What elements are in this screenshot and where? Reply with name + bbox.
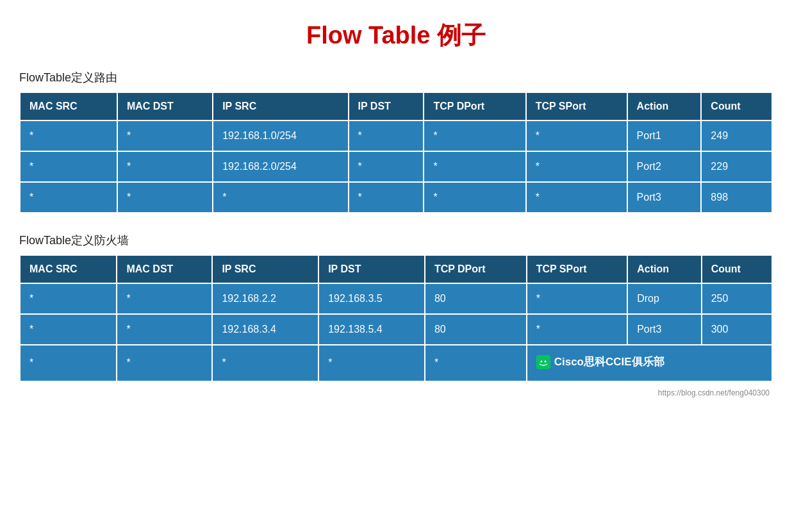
table-cell: * [526, 151, 627, 182]
table-cell: Port1 [627, 121, 702, 151]
table-row: **192.168.2.2192.168.3.580*Drop250 [20, 283, 772, 314]
table-cell: 192.168.3.5 [318, 283, 425, 314]
table-row: **192.168.2.0/254***Port2229 [20, 151, 772, 182]
table-row: ***** Cisco思科CCIE俱乐部 [20, 345, 772, 381]
table2-header-row: MAC SRCMAC DSTIP SRCIP DSTTCP DPortTCP S… [20, 255, 772, 283]
table-cell: * [20, 121, 117, 151]
table-cell: * [20, 151, 117, 182]
table-cell: 192.168.2.2 [212, 283, 318, 314]
section-label-2: FlowTable定义防火墙 [19, 233, 773, 248]
table1-header-cell: TCP SPort [526, 92, 627, 121]
table-cell: * [20, 283, 117, 314]
table-row: ******Port3898 [20, 182, 772, 213]
table2-header-cell: TCP DPort [425, 255, 527, 283]
table2-header-cell: IP DST [318, 255, 425, 283]
flow-table-firewall: MAC SRCMAC DSTIP SRCIP DSTTCP DPortTCP S… [19, 254, 773, 382]
svg-point-2 [544, 360, 546, 362]
table-cell: 192.168.2.0/254 [213, 151, 348, 182]
table-cell: Port3 [627, 182, 702, 213]
table-row: **192.168.3.4192.138.5.480*Port3300 [20, 314, 772, 345]
table-cell: * [349, 151, 424, 182]
flow-table-routing: MAC SRCMAC DSTIP SRCIP DSTTCP DPortTCP S… [19, 92, 773, 213]
table-cell: * [526, 182, 627, 213]
table-cell: 249 [701, 121, 772, 151]
table-cell: * [349, 182, 424, 213]
table1-header-cell: Count [701, 92, 772, 121]
svg-point-1 [540, 360, 542, 362]
wechat-icon [536, 355, 550, 369]
table-cell: * [117, 283, 212, 314]
table-cell: * [425, 345, 527, 381]
table-cell: * [424, 121, 525, 151]
table-cell: * [424, 151, 525, 182]
table1-header-cell: IP SRC [213, 92, 348, 121]
table-cell: 300 [702, 314, 772, 345]
table-cell: 80 [425, 314, 527, 345]
table2-header-cell: TCP SPort [527, 255, 628, 283]
table-cell: * [117, 314, 212, 345]
table2-header-cell: MAC DST [117, 255, 212, 283]
table2-header-cell: Count [702, 255, 772, 283]
table-cell: * [20, 345, 117, 381]
table-cell: * [349, 121, 424, 151]
table2-header-cell: IP SRC [212, 255, 318, 283]
table1-header-row: MAC SRCMAC DSTIP SRCIP DSTTCP DPortTCP S… [20, 92, 772, 121]
table-cell: 192.168.1.0/254 [213, 121, 348, 151]
table-cell: * [117, 345, 212, 381]
footer-url: https://blog.csdn.net/feng040300 [19, 388, 773, 397]
table-cell: Port3 [627, 314, 701, 345]
table-row: **192.168.1.0/254***Port1249 [20, 121, 772, 151]
table-cell: * [318, 345, 425, 381]
table-cell: * [526, 121, 627, 151]
table-cell: 250 [702, 283, 772, 314]
page-title: Flow Table 例子 [19, 13, 773, 52]
section-label-1: FlowTable定义路由 [19, 70, 773, 85]
table-cell: 192.138.5.4 [318, 314, 425, 345]
table-cell: 898 [701, 182, 772, 213]
table-cell: * [527, 283, 628, 314]
watermark: Cisco思科CCIE俱乐部 [536, 354, 664, 369]
table1-header-cell: MAC DST [117, 92, 213, 121]
watermark-text: Cisco思科CCIE俱乐部 [554, 354, 664, 369]
table-cell: * [20, 314, 117, 345]
table2-header-cell: Action [627, 255, 701, 283]
table-cell: Cisco思科CCIE俱乐部 [527, 345, 772, 381]
table-cell: 192.168.3.4 [212, 314, 318, 345]
table-cell: 229 [701, 151, 772, 182]
table1-header-cell: IP DST [349, 92, 424, 121]
table-cell: * [117, 182, 213, 213]
table-cell: 80 [425, 283, 527, 314]
table1-header-cell: TCP DPort [424, 92, 525, 121]
table1-header-cell: Action [627, 92, 702, 121]
table-cell: Port2 [627, 151, 702, 182]
table2-header-cell: MAC SRC [20, 255, 117, 283]
svg-rect-0 [536, 355, 550, 369]
table-cell: * [117, 151, 213, 182]
table-cell: Drop [627, 283, 701, 314]
table-cell: * [527, 314, 628, 345]
table-cell: * [213, 182, 348, 213]
table-cell: * [20, 182, 117, 213]
table-cell: * [212, 345, 318, 381]
table-cell: * [424, 182, 525, 213]
table1-header-cell: MAC SRC [20, 92, 117, 121]
table-cell: * [117, 121, 213, 151]
